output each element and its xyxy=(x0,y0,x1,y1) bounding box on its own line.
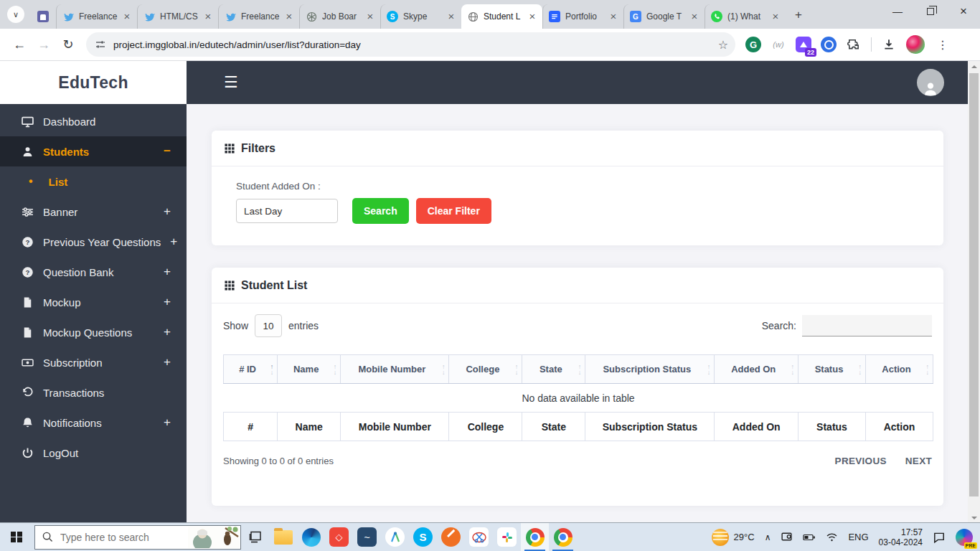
chrome-window-button-active[interactable] xyxy=(521,523,549,551)
sidebar-item-transactions[interactable]: Transactions xyxy=(0,377,187,408)
purple-extension-icon[interactable]: 22 xyxy=(796,37,811,52)
sidebar-item-notifications[interactable]: Notifications + xyxy=(0,408,187,438)
column-header-id[interactable]: # ID↑↓ xyxy=(224,355,278,384)
sidebar-item-question-bank[interactable]: ? Question Bank + xyxy=(0,257,187,287)
browser-profile-avatar[interactable] xyxy=(906,35,925,54)
new-tab-button[interactable]: + xyxy=(788,5,809,25)
expand-icon[interactable]: + xyxy=(164,325,171,339)
battery-icon[interactable] xyxy=(803,532,816,542)
browser-tab[interactable]: Freelance × xyxy=(218,4,299,29)
sidebar-item-dashboard[interactable]: Dashboard xyxy=(0,106,187,136)
expand-icon[interactable]: + xyxy=(170,235,177,249)
user-avatar[interactable] xyxy=(917,69,944,96)
taskbar-search-box[interactable] xyxy=(34,525,241,550)
compass-app-button[interactable] xyxy=(381,523,409,551)
browser-tab[interactable]: Portfolio × xyxy=(542,4,623,29)
browser-tab-active[interactable]: Student L × xyxy=(461,4,542,29)
column-header-status[interactable]: Status↑↓ xyxy=(798,355,866,384)
column-header-state[interactable]: State↑↓ xyxy=(522,355,585,384)
collapse-icon[interactable]: − xyxy=(164,144,171,159)
pinned-tab-teams[interactable] xyxy=(30,4,56,29)
table-search-input[interactable] xyxy=(802,315,932,336)
tray-chevron-up-icon[interactable]: ∧ xyxy=(765,532,771,542)
sidebar-item-mockup-questions[interactable]: Mockup Questions + xyxy=(0,317,187,347)
browser-tab[interactable]: Freelance × xyxy=(56,4,137,29)
expand-icon[interactable]: + xyxy=(164,355,171,369)
search-button[interactable]: Search xyxy=(352,198,409,224)
close-icon[interactable]: × xyxy=(121,11,133,22)
column-header-subscription[interactable]: Subscription Status↑↓ xyxy=(585,355,715,384)
scrollbar-thumb[interactable] xyxy=(969,73,979,496)
sidebar-item-mockup[interactable]: Mockup + xyxy=(0,287,187,317)
forward-button[interactable]: → xyxy=(32,32,56,57)
taskbar-search-input[interactable] xyxy=(60,532,168,543)
column-header-college[interactable]: College↑↓ xyxy=(449,355,522,384)
close-icon[interactable]: × xyxy=(770,11,781,22)
taskbar-clock[interactable]: 17:57 03-04-2024 xyxy=(879,527,923,547)
tray-display-icon[interactable] xyxy=(781,531,793,543)
close-icon[interactable]: × xyxy=(364,11,376,22)
url-text[interactable]: project.imgglobal.in/edutech/admin/user/… xyxy=(113,39,718,50)
scroll-up-icon[interactable] xyxy=(968,61,980,72)
slack-button[interactable] xyxy=(493,523,521,551)
sidebar-item-banner[interactable]: Banner + xyxy=(0,197,187,227)
start-button[interactable] xyxy=(0,523,33,551)
page-size-select[interactable]: 10 xyxy=(255,314,282,337)
address-bar[interactable]: project.imgglobal.in/edutech/admin/user/… xyxy=(86,32,735,57)
snipping-tool-button[interactable] xyxy=(465,523,493,551)
hamburger-menu-icon[interactable]: ☰ xyxy=(224,73,238,92)
clear-filter-button[interactable]: Clear Filter xyxy=(416,198,491,224)
close-icon[interactable]: × xyxy=(202,11,214,22)
next-page-button[interactable]: NEXT xyxy=(905,456,932,466)
column-header-name[interactable]: Name↑↓ xyxy=(278,355,341,384)
close-icon[interactable]: × xyxy=(283,11,295,22)
browser-tab[interactable]: S Skype × xyxy=(380,4,461,29)
file-explorer-button[interactable] xyxy=(269,523,297,551)
grammarly-extension-icon[interactable]: G xyxy=(745,37,761,52)
browser-tab[interactable]: (1) What × xyxy=(705,4,786,29)
task-view-button[interactable] xyxy=(241,523,269,551)
site-settings-icon[interactable] xyxy=(95,39,106,50)
sidebar-item-subscription[interactable]: Subscription + xyxy=(0,347,187,377)
skype-button[interactable]: S xyxy=(409,523,437,551)
column-header-action[interactable]: Action↑↓ xyxy=(865,355,933,384)
anydesk-button[interactable]: ◇ xyxy=(325,523,353,551)
w-extension-icon[interactable]: (w) xyxy=(771,37,786,52)
close-icon[interactable]: × xyxy=(446,11,457,22)
sidebar-item-students[interactable]: Students − xyxy=(0,136,187,166)
student-added-on-select[interactable] xyxy=(236,199,338,223)
pgadmin-button[interactable]: ~ xyxy=(353,523,381,551)
chrome-window-button[interactable] xyxy=(549,523,577,551)
wifi-icon[interactable] xyxy=(826,532,838,542)
weather-widget[interactable]: 29°C xyxy=(712,529,755,546)
extensions-puzzle-icon[interactable] xyxy=(846,37,862,52)
reload-button[interactable]: ↻ xyxy=(56,32,80,57)
close-icon[interactable]: × xyxy=(689,11,700,22)
browser-menu-icon[interactable]: ⋮ xyxy=(934,38,957,52)
search-highlight-image[interactable] xyxy=(188,527,240,548)
expand-icon[interactable]: + xyxy=(164,295,171,309)
expand-icon[interactable]: + xyxy=(164,204,171,219)
tab-search-button[interactable]: ∨ xyxy=(7,6,24,23)
window-close-button[interactable]: × xyxy=(947,0,980,23)
sidebar-item-logout[interactable]: LogOut xyxy=(0,438,187,468)
expand-icon[interactable]: + xyxy=(164,415,171,430)
browser-tab[interactable]: Job Boar × xyxy=(299,4,380,29)
column-header-mobile[interactable]: Mobile Number↑↓ xyxy=(341,355,449,384)
blue-extension-icon[interactable] xyxy=(821,37,837,52)
browser-tab[interactable]: HTML/CS × xyxy=(137,4,218,29)
previous-page-button[interactable]: PREVIOUS xyxy=(835,456,887,466)
downloads-icon[interactable] xyxy=(881,37,897,52)
close-icon[interactable]: × xyxy=(527,11,538,22)
edge-button[interactable] xyxy=(297,523,325,551)
expand-icon[interactable]: + xyxy=(164,265,171,279)
sidebar-item-previous-year-questions[interactable]: ? Previous Year Questions + xyxy=(0,227,187,257)
page-scrollbar[interactable] xyxy=(968,61,980,522)
notification-center-icon[interactable] xyxy=(933,531,946,544)
bookmark-star-icon[interactable]: ☆ xyxy=(718,38,728,52)
window-minimize-button[interactable]: — xyxy=(881,0,914,23)
pen-app-button[interactable] xyxy=(437,523,465,551)
back-button[interactable]: ← xyxy=(7,32,32,57)
copilot-icon[interactable]: PRE xyxy=(956,529,973,546)
close-icon[interactable]: × xyxy=(608,11,619,22)
